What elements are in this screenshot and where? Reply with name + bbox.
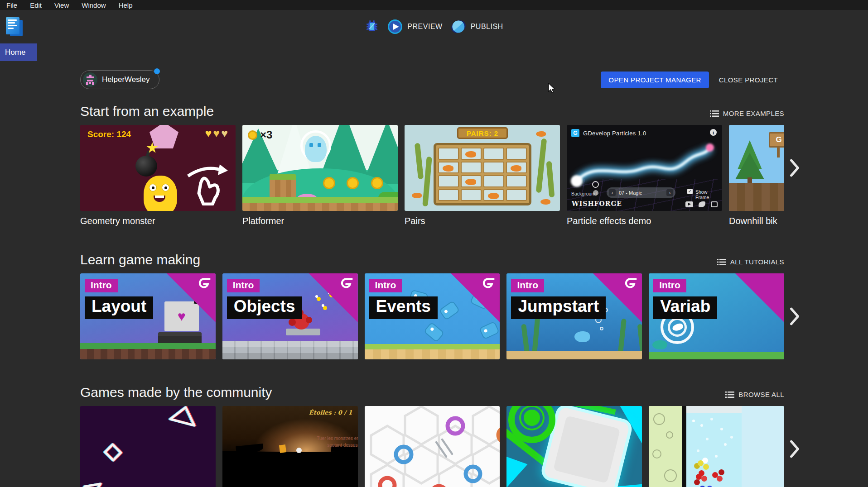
itch-icon bbox=[711, 201, 718, 207]
menu-item-help[interactable]: Help bbox=[113, 1, 139, 9]
tutorial-tile-events[interactable]: Intro Events bbox=[365, 273, 500, 359]
fish-art bbox=[478, 321, 499, 339]
menu-item-edit[interactable]: Edit bbox=[24, 1, 48, 9]
community-carousel: Tuer les monstres en leur sautant dessus… bbox=[80, 406, 784, 487]
examples-title: Start from an example bbox=[80, 104, 214, 119]
project-buttons: OPEN PROJECT MANAGER CLOSE PROJECT bbox=[601, 72, 784, 88]
menu-item-file[interactable]: File bbox=[4, 1, 23, 9]
community-tile-hexagon-puzzle[interactable] bbox=[365, 406, 500, 487]
intro-tag: Intro bbox=[85, 279, 118, 292]
publish-button[interactable]: PUBLISH bbox=[451, 19, 503, 34]
tutorial-tile-objects[interactable]: Intro Objects bbox=[222, 273, 358, 359]
monster-art bbox=[144, 176, 177, 211]
tutorials-next-button[interactable] bbox=[784, 273, 811, 359]
user-profile-chip[interactable]: HelperWesley bbox=[80, 70, 159, 89]
community-tile-sunset-game[interactable]: Tuer les monstres en leur sautant dessus… bbox=[222, 406, 358, 487]
youtube-icon bbox=[685, 201, 693, 207]
swipe-hand-icon bbox=[183, 160, 231, 205]
intro-tag: Intro bbox=[511, 279, 544, 292]
example-caption: Geometry monster bbox=[80, 216, 236, 226]
toolbar-center: PREVIEW PUBLISH bbox=[0, 10, 868, 43]
twitter-icon bbox=[699, 201, 705, 207]
example-tile-geometry-monster[interactable]: Score: 124 ♥♥♥ bbox=[80, 125, 236, 211]
close-project-button[interactable]: CLOSE PROJECT bbox=[713, 72, 784, 88]
toolbar: PREVIEW PUBLISH bbox=[0, 10, 868, 43]
more-examples-label: MORE EXAMPLES bbox=[723, 110, 784, 117]
game-hint-text: Tuer les monstres en leur sautant dessus bbox=[313, 435, 358, 449]
ground-art bbox=[649, 352, 784, 359]
tab-home[interactable]: Home bbox=[0, 43, 37, 61]
intro-tag: Intro bbox=[227, 279, 260, 292]
username: HelperWesley bbox=[102, 75, 150, 84]
intro-tag: Intro bbox=[369, 279, 402, 292]
avatar bbox=[83, 72, 97, 87]
preset-selector-art: ‹ 07 - Magic › bbox=[607, 187, 675, 198]
list-icon bbox=[710, 110, 719, 117]
community-tile-neon-shapes[interactable] bbox=[80, 406, 216, 487]
neon-shapes-art bbox=[80, 406, 216, 487]
fish-art bbox=[439, 301, 460, 321]
hexagon-puzzle-art bbox=[365, 406, 500, 487]
example-tile-particle-effects[interactable]: G GDevelop Particles 1.0 i Background ‹ bbox=[567, 125, 722, 211]
tutorial-title: Jumpstart bbox=[511, 296, 606, 319]
section-community: Games made by the community BROWSE ALL bbox=[80, 385, 868, 487]
preview-button[interactable]: PREVIEW bbox=[387, 19, 442, 34]
more-examples-link[interactable]: MORE EXAMPLES bbox=[710, 110, 784, 119]
notification-dot bbox=[154, 68, 160, 74]
tutorial-tile-layout[interactable]: Intro Layout ♥ Hi bbox=[80, 273, 216, 359]
example-tile-pairs[interactable]: PAIRS: 2 bbox=[405, 125, 560, 211]
example-caption: Particle effects demo bbox=[567, 216, 722, 226]
example-tile-downhill[interactable]: G bbox=[729, 125, 784, 211]
chevron-right-icon bbox=[789, 307, 800, 326]
bug-icon bbox=[365, 19, 379, 34]
page-header-row: HelperWesley OPEN PROJECT MANAGER CLOSE … bbox=[80, 70, 784, 90]
gdevelop-logo-icon bbox=[198, 276, 213, 290]
open-project-manager-button[interactable]: OPEN PROJECT MANAGER bbox=[601, 72, 709, 88]
bee-art bbox=[323, 306, 327, 310]
background-label: Background bbox=[571, 191, 597, 196]
menu-item-view[interactable]: View bbox=[48, 1, 75, 9]
bomb-art bbox=[135, 156, 157, 177]
ground-art bbox=[80, 343, 216, 359]
heart-icon: ♥ bbox=[205, 127, 213, 139]
fish-art bbox=[652, 340, 667, 349]
gdevelop-logo-icon bbox=[625, 276, 639, 290]
checkbox-icon: ✓ bbox=[687, 189, 693, 194]
tutorials-carousel: Intro Layout ♥ Hi Intro Objects bbox=[80, 273, 784, 359]
examples-carousel: Score: 124 ♥♥♥ bbox=[80, 125, 784, 226]
tutorial-title: Layout bbox=[85, 296, 153, 319]
fish-art bbox=[423, 322, 444, 343]
tutorial-tile-jumpstart[interactable]: Intro Jumpstart bbox=[506, 273, 642, 359]
coin-icon bbox=[248, 130, 257, 140]
preset-name: 07 - Magic bbox=[619, 190, 663, 196]
list-icon bbox=[725, 391, 734, 398]
player-art bbox=[305, 136, 327, 162]
ground-art bbox=[222, 341, 358, 359]
wishforge-logo: WISHFORGE bbox=[572, 200, 622, 207]
examples-next-button[interactable] bbox=[784, 125, 811, 211]
tutorial-title: Events bbox=[369, 296, 438, 319]
fish-art bbox=[574, 331, 590, 342]
ground-art bbox=[365, 344, 500, 359]
example-caption: Platformer bbox=[242, 216, 398, 226]
tutorial-tile-variables[interactable]: Intro Variab +1 bbox=[649, 273, 784, 359]
gdevelop-logo-icon: G bbox=[571, 129, 579, 137]
chevron-right-icon bbox=[789, 439, 800, 458]
list-icon bbox=[717, 258, 726, 266]
browse-all-link[interactable]: BROWSE ALL bbox=[725, 391, 784, 400]
debugger-button[interactable] bbox=[365, 19, 379, 34]
example-tile-platformer[interactable]: ×3 bbox=[242, 125, 398, 211]
tutorials-title: Learn game making bbox=[80, 252, 200, 267]
browse-all-label: BROWSE ALL bbox=[738, 391, 784, 398]
ground-art bbox=[506, 351, 642, 359]
community-tile-geometry-arcade[interactable] bbox=[506, 406, 642, 487]
community-next-button[interactable] bbox=[784, 406, 811, 487]
arrow-right-icon: › bbox=[666, 189, 673, 196]
pairs-board-art bbox=[434, 143, 531, 205]
menu-item-window[interactable]: Window bbox=[76, 1, 111, 9]
home-page: HelperWesley OPEN PROJECT MANAGER CLOSE … bbox=[0, 61, 868, 487]
pairs-score-sign: PAIRS: 2 bbox=[457, 127, 508, 139]
all-tutorials-link[interactable]: ALL TUTORIALS bbox=[717, 258, 784, 267]
particles-title: GDevelop Particles 1.0 bbox=[583, 130, 646, 137]
community-tile-molecule-game[interactable] bbox=[649, 406, 784, 487]
